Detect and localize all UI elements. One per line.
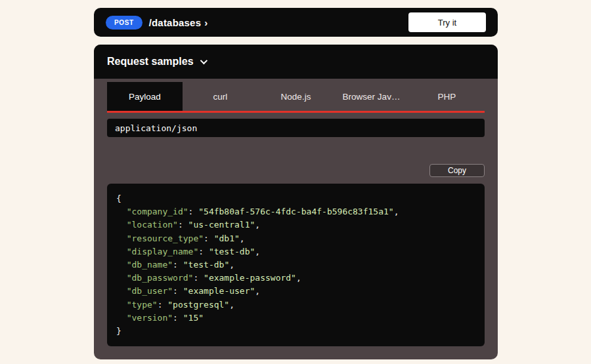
tab-payload[interactable]: Payload: [107, 82, 183, 111]
copy-button[interactable]: Copy: [429, 164, 485, 177]
json-value: "example-user": [183, 286, 255, 296]
try-it-button[interactable]: Try it: [408, 12, 486, 32]
json-value: "test-db": [183, 260, 229, 270]
json-key: "resource_type": [127, 233, 204, 243]
request-samples-header[interactable]: Request samples: [94, 45, 498, 79]
json-key: "type": [127, 300, 158, 310]
code-line: "resource_type": "db1",: [116, 232, 475, 245]
json-key: "db_user": [127, 286, 173, 296]
code-line: "type": "postgresql",: [116, 298, 475, 312]
sample-tabs: Payload curl Node.js Browser Jav… PHP: [107, 82, 485, 111]
code-line: "db_name": "test-db",: [116, 258, 475, 272]
code-block: { "company_id": "54fb80af-576c-4fdc-ba4f…: [107, 184, 485, 346]
json-key: "db_name": [127, 260, 173, 270]
json-value: "us-central1": [188, 220, 255, 230]
code-open-brace: {: [116, 192, 475, 205]
content-type-label: application/json: [115, 123, 197, 133]
code-line: "company_id": "54fb80af-576c-4fdc-ba4f-b…: [116, 205, 475, 218]
endpoint-bar: POST /databases › Try it: [94, 8, 498, 37]
code-entries: "company_id": "54fb80af-576c-4fdc-ba4f-b…: [116, 205, 475, 325]
chevron-right-icon: ›: [204, 17, 208, 28]
request-samples-panel: Request samples Payload curl Node.js Bro…: [94, 45, 498, 359]
chevron-down-icon: [200, 57, 207, 64]
tab-nodejs[interactable]: Node.js: [258, 82, 334, 111]
code-line: "db_password": "example-password",: [116, 272, 475, 285]
code-line: "version": "15": [116, 312, 475, 325]
tab-php[interactable]: PHP: [409, 82, 485, 111]
json-value: "test-db": [209, 247, 255, 256]
json-value: "example-password": [204, 273, 296, 283]
code-line: "location": "us-central1",: [116, 218, 475, 232]
tabs-accent-underline: [107, 111, 485, 113]
tab-browser-javascript[interactable]: Browser Jav…: [334, 82, 409, 111]
json-value: "15": [183, 313, 204, 323]
json-key: "company_id": [127, 207, 188, 216]
panel-title: Request samples: [107, 56, 194, 68]
api-doc-content: POST /databases › Try it Request samples…: [94, 8, 498, 359]
code-close-brace: }: [116, 325, 475, 338]
content-type-bar: application/json: [107, 119, 485, 137]
code-line: "db_user": "example-user",: [116, 285, 475, 298]
json-value: "postgresql": [167, 300, 229, 310]
json-key: "version": [127, 313, 173, 323]
code-line: "display_name": "test-db",: [116, 245, 475, 258]
json-key: "display_name": [127, 247, 199, 256]
tab-curl[interactable]: curl: [183, 82, 258, 111]
json-value: "db1": [214, 233, 240, 243]
method-badge: POST: [106, 16, 142, 30]
endpoint-path: /databases: [149, 17, 202, 28]
copy-row: Copy: [107, 164, 485, 177]
json-key: "db_password": [127, 273, 194, 283]
json-value: "54fb80af-576c-4fdc-ba4f-b596c83f15a1": [198, 207, 393, 216]
json-key: "location": [127, 220, 178, 230]
